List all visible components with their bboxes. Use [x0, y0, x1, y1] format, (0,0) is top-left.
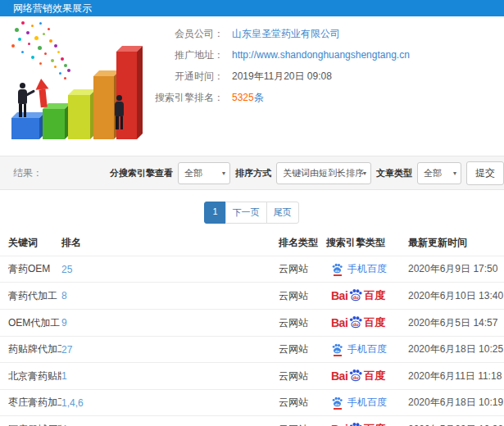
svg-text:du: du: [335, 401, 340, 406]
baidu-paw-icon: du: [348, 422, 363, 426]
rank-link[interactable]: 1: [61, 363, 279, 390]
engine-filter-label: 分搜索引擎查看: [110, 167, 173, 179]
engine-type-cell: Baidu百度: [326, 416, 408, 426]
engine-type-cell: du手机百度: [326, 390, 408, 416]
rank-count-suffix: 条: [254, 91, 264, 105]
field-url: 推广地址： http://www.shandonghuangshengtang.…: [150, 44, 410, 66]
col-keyword: 关键词: [0, 230, 61, 256]
red-underline: [334, 355, 342, 356]
baidu-logo-text: Bai: [331, 369, 347, 383]
submit-button[interactable]: 提交: [466, 161, 504, 185]
table-row: 枣庄膏药加工 1,4,6 云网站 du手机百度 2020年6月18日 10:19: [0, 390, 504, 416]
mobile-baidu-logo: du手机百度: [331, 396, 387, 410]
confetti-dot: [64, 64, 67, 67]
confetti-dot: [64, 77, 66, 79]
keyword-cell: OEM代加工: [0, 310, 61, 337]
field-rank-count: 搜索引擎排名： 5325 条: [150, 87, 410, 108]
up-arrow-icon: [34, 78, 51, 108]
confetti-dot: [48, 28, 50, 30]
svg-text:du: du: [353, 295, 360, 300]
keyword-cell: 医疗器械厂家: [0, 416, 61, 426]
confetti-dot: [21, 51, 24, 53]
businessman-figure: [18, 83, 27, 117]
confetti-dot: [21, 21, 25, 25]
rank-type-cell: 云网站: [279, 337, 326, 363]
chart-bar: [11, 118, 39, 139]
hero-section: 会员公司： 山东皇圣堂药业有限公司 推广地址： http://www.shand…: [0, 16, 504, 156]
col-rank-type: 排名类型: [279, 230, 326, 256]
filter-controls: 分搜索引擎查看 全部 排序方式 关键词由短到长排序 文章类型 全部 提交: [110, 161, 504, 185]
confetti-dot: [54, 44, 57, 48]
confetti-dot: [61, 57, 64, 61]
page-title: 网络营销效果展示: [13, 2, 92, 14]
rank-link[interactable]: 8: [61, 283, 279, 310]
baidu-paw-icon: du: [348, 369, 363, 382]
businessman-figure: [115, 95, 124, 129]
baidu-paw-icon: du: [348, 315, 363, 329]
rank-link[interactable]: 25: [61, 256, 279, 283]
rank-link[interactable]: 27: [61, 337, 279, 363]
page-1-button[interactable]: 1: [204, 202, 225, 224]
engine-type-cell: Baidu百度: [326, 310, 408, 337]
engine-select[interactable]: 全部: [178, 162, 230, 184]
confetti-dot: [31, 56, 34, 59]
company-link[interactable]: 山东皇圣堂药业有限公司: [232, 27, 340, 41]
table-row: 北京膏药贴牌 1 云网站 Baidu百度 2020年6月11日 11:18: [0, 363, 504, 390]
mobile-baidu-label: 手机百度: [347, 262, 387, 276]
next-page-button[interactable]: 下一页: [225, 202, 267, 224]
table-row: 医疗器械厂家 4 云网站 Baidu百度 2020年5月29日 10:32: [0, 416, 504, 426]
svg-text:du: du: [353, 375, 360, 380]
confetti-dot: [51, 59, 54, 62]
baidu-logo-cn: 百度: [364, 422, 385, 426]
rank-link[interactable]: 9: [61, 310, 279, 337]
col-rank: 排名: [61, 230, 279, 256]
baidu-logo: Baidu百度: [331, 369, 385, 383]
rank-type-cell: 云网站: [279, 416, 326, 426]
rank-link[interactable]: 4: [61, 416, 279, 426]
keyword-cell: 北京膏药贴牌: [0, 363, 61, 390]
baidu-logo: Baidu百度: [331, 422, 385, 426]
pagination: 1 下一页 尾页: [0, 202, 504, 224]
confetti-dot: [11, 44, 15, 48]
engine-type-cell: Baidu百度: [326, 363, 408, 390]
filter-bar: 结果： 分搜索引擎查看 全部 排序方式 关键词由短到长排序 文章类型 全部 提交: [0, 156, 504, 190]
rank-count-value: 5325: [232, 92, 254, 103]
rank-type-cell: 云网站: [279, 363, 326, 390]
result-label: 结果：: [13, 166, 43, 180]
col-updated: 最新更新时间: [408, 230, 504, 256]
table-row: OEM代加工 9 云网站 Baidu百度 2020年6月5日 14:57: [0, 310, 504, 337]
field-open-time: 开通时间： 2019年11月20日 09:08: [150, 66, 410, 87]
updated-time-cell: 2020年6月18日 10:25: [408, 337, 504, 363]
confetti-dot: [59, 72, 61, 75]
svg-text:du: du: [335, 348, 340, 352]
baidu-logo-cn: 百度: [364, 315, 385, 330]
baidu-logo: Baidu百度: [331, 288, 385, 303]
baidu-paw-icon: du: [331, 343, 343, 354]
confetti-dot: [28, 43, 30, 45]
rank-link[interactable]: 1,4,6: [61, 390, 279, 416]
page: 网络营销效果展示 会员公司： 山东皇圣堂药业有限公司 推广地址：: [0, 0, 504, 426]
article-type-label: 文章类型: [376, 167, 412, 179]
red-underline: [334, 408, 342, 410]
baidu-logo-text: Bai: [331, 316, 347, 329]
engine-select-value: 全部: [184, 168, 202, 178]
article-type-select[interactable]: 全部: [417, 162, 461, 184]
keyword-cell: 膏药OEM: [0, 256, 61, 283]
mobile-baidu-label: 手机百度: [347, 396, 387, 410]
engine-type-cell: Baidu百度: [326, 283, 408, 310]
baidu-logo-text: Bai: [331, 423, 347, 426]
confetti-dot: [39, 22, 42, 25]
sort-select[interactable]: 关键词由短到长排序: [276, 162, 371, 184]
page-header: 网络营销效果展示: [0, 0, 504, 16]
last-page-button[interactable]: 尾页: [266, 202, 299, 224]
baidu-paw-icon: du: [331, 263, 343, 274]
table-header-row: 关键词 排名 排名类型 搜索引擎类型 最新更新时间: [0, 230, 504, 256]
promotion-url-link[interactable]: http://www.shandonghuangshengtang.cn: [232, 49, 410, 61]
mobile-baidu-logo: du手机百度: [331, 342, 387, 356]
col-engine-type: 搜索引擎类型: [326, 230, 408, 256]
rank-type-cell: 云网站: [279, 390, 326, 416]
field-label: 搜索引擎排名：: [150, 91, 224, 105]
baidu-logo-cn: 百度: [364, 288, 385, 303]
table-row: 药贴牌代加工 27 云网站 du手机百度 2020年6月18日 10:25: [0, 337, 504, 363]
confetti-dot: [57, 51, 60, 53]
